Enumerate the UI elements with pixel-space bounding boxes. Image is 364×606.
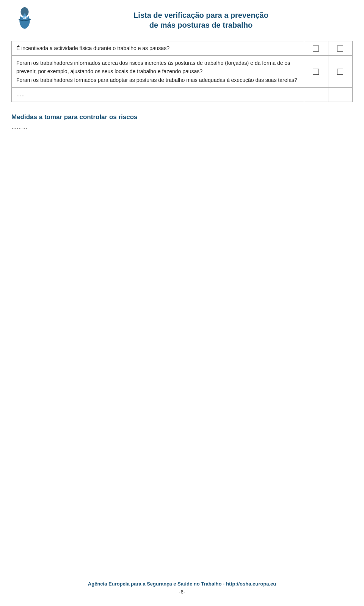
checkbox-cell-3a — [304, 88, 328, 102]
medidas-title: Medidas a tomar para controlar os riscos — [11, 113, 353, 121]
question-cell-1: É incentivada a actividade física durant… — [12, 41, 304, 56]
checkbox-cell-1a[interactable] — [304, 41, 328, 56]
checkbox-1a[interactable] — [313, 46, 319, 52]
checkbox-cell-3b — [328, 88, 352, 102]
question-text-2b: Foram os trabalhadores formados para ado… — [16, 77, 297, 83]
checkbox-cell-2a[interactable] — [304, 56, 328, 88]
footer: Agência Europeia para a Segurança e Saúd… — [0, 581, 364, 595]
checklist-table: É incentivada a actividade física durant… — [11, 41, 353, 102]
dots-cell: ….. — [12, 88, 304, 102]
header-title: Lista de verificação para a prevenção de… — [53, 10, 349, 30]
logo-area — [11, 7, 49, 33]
checkbox-2a[interactable] — [313, 69, 319, 75]
medidas-dots: ……… — [11, 124, 353, 130]
table-row-dots: ….. — [12, 88, 353, 102]
footer-agency-text: Agência Europeia para a Segurança e Saúd… — [0, 581, 364, 587]
question-text-1: É incentivada a actividade física durant… — [16, 45, 169, 51]
checkbox-cell-2b[interactable] — [328, 56, 352, 88]
question-text-2a: Foram os trabalhadores informados acerca… — [16, 60, 290, 74]
checkbox-1b[interactable] — [337, 46, 343, 52]
header-title-line1: Lista de verificação para a prevenção — [133, 11, 268, 19]
page: Lista de verificação para a prevenção de… — [0, 0, 364, 606]
question-cell-2: Foram os trabalhadores informados acerca… — [12, 56, 304, 88]
logo-icon — [11, 7, 38, 33]
checkbox-2b[interactable] — [337, 69, 343, 75]
dots-text: ….. — [16, 91, 25, 97]
table-row: É incentivada a actividade física durant… — [12, 41, 353, 56]
medidas-section: Medidas a tomar para controlar os riscos… — [0, 106, 364, 134]
header-title-area: Lista de verificação para a prevenção de… — [49, 10, 353, 30]
header-title-line2: de más posturas de trabalho — [149, 21, 253, 29]
table-row: Foram os trabalhadores informados acerca… — [12, 56, 353, 88]
footer-page-number: -6- — [0, 589, 364, 595]
checkbox-cell-1b[interactable] — [328, 41, 352, 56]
header: Lista de verificação para a prevenção de… — [0, 0, 364, 37]
